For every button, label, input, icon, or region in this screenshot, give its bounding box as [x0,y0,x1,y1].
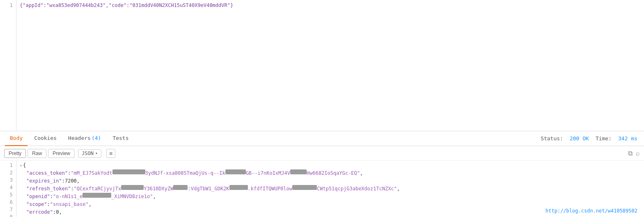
resp-line-num-8: 8 [0,213,16,217]
redacted-6 [229,185,248,190]
resp-line-num-4: 4 [0,184,16,191]
format-select[interactable]: JSON ▾ [78,149,101,158]
val-openid: "o-nN1s1_e [53,193,83,201]
status-value: 200 OK [570,135,589,142]
raw-button[interactable]: Raw [28,149,46,158]
pretty-button[interactable]: Pretty [4,149,26,158]
key-scope: "scope" [26,201,47,208]
status-label: Status: [541,135,563,142]
toolbar-right: ⧉ ⌕ [628,150,640,157]
tab-body[interactable]: Body [5,131,28,146]
resp-line-3: "expires_in" : 7200 , [20,177,641,185]
request-line-numbers: 1 [0,0,16,131]
resp-line-5: "openid" : "o-nN1s1_e _XiMNVD8zie1o" , [20,193,641,201]
key-access-token: "access_token" [26,169,68,177]
wrap-button[interactable]: ≡ [106,149,115,158]
val-access-token: "mM_EJ7SakYodt [71,169,112,177]
resp-line-4: "refresh_token" : "QCexftaRCjyvjTx Y3610… [20,185,641,193]
chevron-down-icon: ▾ [95,151,98,155]
key-openid: "openid" [26,193,50,201]
response-line-numbers: 1 2 3 4 5 6 7 8 [0,161,16,217]
request-line-1: {"appId":"wxa853ed907444b243","code":"03… [20,2,641,9]
key-errcode: "errcode" [26,208,53,216]
status-info: Status: 200 OK Time: 342 ms [541,135,637,142]
resp-line-6: "scope" : "snsapi_base" , [20,201,641,208]
val-scope: "snsapi_base" [50,201,89,208]
preview-button[interactable]: Preview [48,149,75,158]
resp-line-num-2: 2 [0,169,16,176]
redacted-3 [290,169,307,174]
resp-line-num-7: 7 [0,206,16,213]
val-refresh-token: "QCexftaRCjyvjTx [74,185,121,193]
copy-button[interactable]: ⧉ [628,150,633,157]
key-refresh-token: "refresh_token" [26,185,71,193]
format-select-label: JSON [82,151,94,156]
redacted-4 [121,185,144,190]
tabs-bar: Body Cookies Headers (4) Tests Status: 2… [0,131,644,146]
redacted-1 [112,169,145,174]
time-value: 342 ms [618,135,637,142]
open-brace: { [23,162,26,169]
watermark-link[interactable]: http://blog.csdn.net/w410589502 [545,208,637,214]
search-button[interactable]: ⌕ [636,150,640,157]
redacted-8 [83,193,111,198]
redacted-5 [173,185,188,190]
response-toolbar: Pretty Raw Preview JSON ▾ ≡ ⧉ ⌕ [0,146,644,161]
resp-line-num-5: 5 [0,191,16,199]
redacted-7 [292,185,317,190]
resp-line-num-3: 3 [0,176,16,184]
resp-line-num-1: 1 [0,162,16,169]
req-line-num-1: 1 [0,2,16,9]
key-expires-in: "expires_in" [26,177,62,185]
redacted-2 [225,169,246,174]
time-label: Time: [596,135,612,142]
val-expires-in: 7200 [65,177,77,185]
collapse-icon-1[interactable]: ▾ [20,162,22,169]
headers-badge: (4) [92,135,101,141]
watermark: http://blog.csdn.net/w410589502 [545,208,637,214]
resp-line-num-6: 6 [0,199,16,206]
tab-headers[interactable]: Headers (4) [63,131,106,146]
resp-line-2: "access_token" : "mM_EJ7SakYodt 3ydNJf-x… [20,169,641,177]
resp-line-1: ▾ { [20,162,641,169]
req-key-appId: {"appId":"wxa853ed907444b243","code":"03… [20,2,233,8]
tab-cookies[interactable]: Cookies [29,131,62,146]
request-panel: 1 {"appId":"wxa853ed907444b243","code":"… [0,0,644,131]
val-errcode: 0 [56,208,59,216]
tab-tests[interactable]: Tests [108,131,133,146]
request-content: {"appId":"wxa853ed907444b243","code":"03… [16,0,644,131]
